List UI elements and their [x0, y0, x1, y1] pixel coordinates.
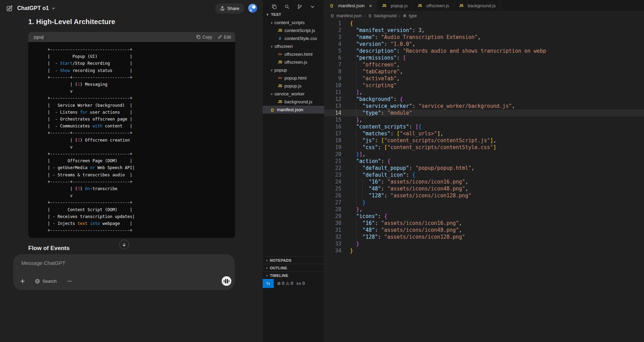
editor-line: 11 ], [324, 89, 644, 96]
editor-line: 6 "permissions": [ [324, 54, 644, 61]
copy-label: Copy [202, 35, 212, 40]
tree-item-label: service_worker [274, 91, 304, 96]
code-line: | - Communicates with content | [35, 123, 230, 129]
property-icon: ⊞ [402, 14, 407, 18]
tree-item-popup.html[interactable]: <>popup.html [263, 74, 324, 82]
breadcrumb-item[interactable]: {}background [368, 13, 396, 18]
tab-popup.js[interactable]: JSpopup.js [377, 0, 412, 11]
more-options-button[interactable] [64, 276, 74, 286]
model-label: ChatGPT o1 [17, 5, 49, 11]
code-line: +--------------------------------+ [35, 199, 230, 206]
tree-item-label: content_scripts [274, 20, 304, 25]
line-number: 28 [324, 206, 341, 213]
copy-button[interactable]: Copy [196, 35, 212, 40]
warning-count: 0 [291, 281, 293, 286]
json-icon: {} [368, 14, 372, 18]
line-number: 33 [324, 240, 341, 247]
voice-mode-button[interactable] [222, 276, 231, 286]
html-icon: <> [277, 76, 283, 80]
chevron-down-icon[interactable] [310, 4, 315, 9]
line-content: } [350, 247, 353, 254]
tree-item-manifest.json[interactable]: {}manifest.json [263, 106, 324, 114]
breadcrumb-separator: › [399, 13, 400, 18]
editor-code[interactable]: 1{2 "manifest_version": 3,3 "name": "Aud… [324, 20, 644, 342]
line-content: }, [350, 116, 362, 123]
json-icon: {} [329, 3, 334, 8]
tab-background.js[interactable]: JSbackground.js [454, 0, 501, 11]
breadcrumb-label: type [409, 13, 417, 18]
indent-guide [356, 234, 356, 240]
code-line: +--------+-----------------------+ [35, 74, 230, 81]
tree-item-label: offscreen.js [284, 60, 307, 65]
line-content: "icons": { [350, 213, 387, 220]
line-number: 21 [324, 158, 341, 165]
breadcrumb-item[interactable]: {}manifest.json [330, 13, 362, 18]
search-button[interactable]: Search [31, 276, 60, 286]
tree-item-popup[interactable]: ∨popup [263, 66, 324, 74]
chatgpt-header: ChatGPT o1 Share [0, 0, 263, 17]
line-content: "permissions": [ [350, 54, 406, 61]
code-line: | - Orchestrates offscreen page | [35, 116, 230, 123]
line-number: 23 [324, 172, 341, 178]
share-button[interactable]: Share [215, 3, 244, 13]
tree-item-background.js[interactable]: JSbackground.js [263, 98, 324, 106]
tab-offscreen.js[interactable]: JSoffscreen.js [413, 0, 454, 11]
search-icon[interactable] [284, 4, 290, 9]
tree-item-content_scripts[interactable]: ∨content_scripts [263, 19, 324, 27]
editor-area: {}manifest.json×JSpopup.jsJSoffscreen.js… [324, 0, 644, 342]
scroll-to-bottom-button[interactable] [119, 240, 129, 249]
editor-line: 8 "tabCapture", [324, 68, 644, 75]
composer[interactable]: Message ChatGPT Search [13, 254, 235, 290]
line-number: 7 [324, 61, 341, 68]
sidebar-section-notepads[interactable]: ›NOTEPADS [263, 256, 324, 264]
indent-guide [356, 144, 356, 151]
sidebar-toolbar [263, 0, 324, 10]
ports-indicator[interactable]: 0 [296, 281, 305, 286]
explorer-section-header[interactable]: ∨ TEST [263, 11, 324, 18]
line-content: "action": { [350, 158, 390, 165]
problems-indicator[interactable]: ⊘ 0 ⚠ 0 [277, 281, 293, 286]
code-language-label: pgsql [34, 35, 44, 40]
code-line: | - Receives transcription updates| [35, 213, 230, 220]
tree-item-offscreen.html[interactable]: <>offscreen.html [263, 50, 324, 58]
code-line: | Popup (UI) | [35, 53, 230, 60]
source-control-icon[interactable] [297, 4, 302, 9]
line-number: 27 [324, 199, 341, 206]
tree-item-popup.js[interactable]: JSpopup.js [263, 82, 324, 90]
tab-label: offscreen.js [426, 3, 449, 8]
breadcrumb-item[interactable]: ⊞type [402, 13, 417, 18]
avatar[interactable] [248, 4, 257, 13]
tree-item-service_worker[interactable]: ∨service_worker [263, 90, 324, 98]
line-content: "16": "assets/icons/icon16.png", [350, 178, 468, 185]
chevron-right-icon: › [266, 265, 268, 270]
line-content: }], [350, 151, 365, 158]
tree-item-offscreen[interactable]: ∨offscreen [263, 42, 324, 50]
line-number: 11 [324, 89, 341, 96]
remote-indicator[interactable] [263, 279, 274, 288]
tree-item-contentScript.js[interactable]: JScontentScript.js [263, 27, 324, 34]
close-icon[interactable]: × [369, 3, 372, 8]
editor-line: 16 "content_scripts": [{ [324, 123, 644, 130]
html-icon: <> [277, 52, 283, 56]
line-content: }, [350, 206, 362, 213]
sidebar-section-outline[interactable]: ›OUTLINE [263, 264, 324, 271]
tree-item-label: popup.js [284, 83, 301, 89]
new-chat-button[interactable] [6, 4, 13, 12]
sidebar-section-timeline[interactable]: ›TIMELINE [263, 271, 324, 279]
message-input[interactable]: Message ChatGPT [21, 260, 66, 266]
tree-item-offscreen.js[interactable]: JSoffscreen.js [263, 58, 324, 66]
attach-button[interactable] [17, 276, 28, 286]
line-content: } [350, 199, 365, 206]
line-number: 1 [324, 20, 341, 27]
line-number: 30 [324, 220, 341, 227]
tree-item-contentStyle.css[interactable]: #contentStyle.css [263, 34, 324, 42]
tab-manifest.json[interactable]: {}manifest.json× [324, 0, 377, 11]
error-count: 0 [282, 281, 284, 286]
copy-icon[interactable] [271, 4, 277, 9]
indent-guide [356, 68, 356, 75]
code-line: +--------------------------------+ [35, 227, 230, 234]
model-selector[interactable]: ChatGPT o1 [17, 5, 56, 11]
status-bar: ⊘ 0 ⚠ 0 0 [263, 279, 324, 288]
edit-button[interactable]: Edit [218, 35, 231, 40]
js-icon: JS [277, 100, 283, 104]
